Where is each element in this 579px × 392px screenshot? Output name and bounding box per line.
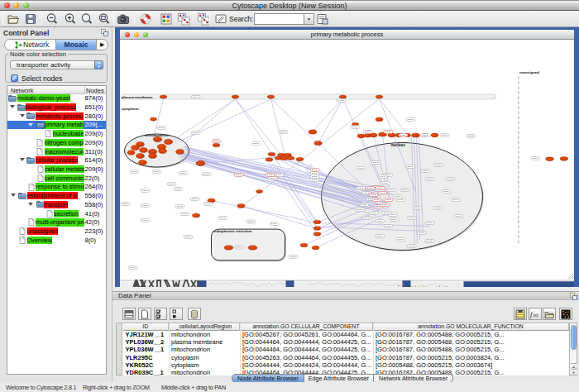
svg-text:mitochondrion: mitochondrion xyxy=(145,133,170,137)
svg-text:cytoplasm: cytoplasm xyxy=(122,107,139,111)
svg-text:endoplasmic reticulum: endoplasmic reticulum xyxy=(213,228,252,232)
svg-text:(x): (x) xyxy=(534,312,539,317)
svg-text:plasma membrane: plasma membrane xyxy=(122,94,153,98)
svg-text:nucleus: nucleus xyxy=(391,143,406,147)
svg-text:unassigned: unassigned xyxy=(519,70,539,74)
